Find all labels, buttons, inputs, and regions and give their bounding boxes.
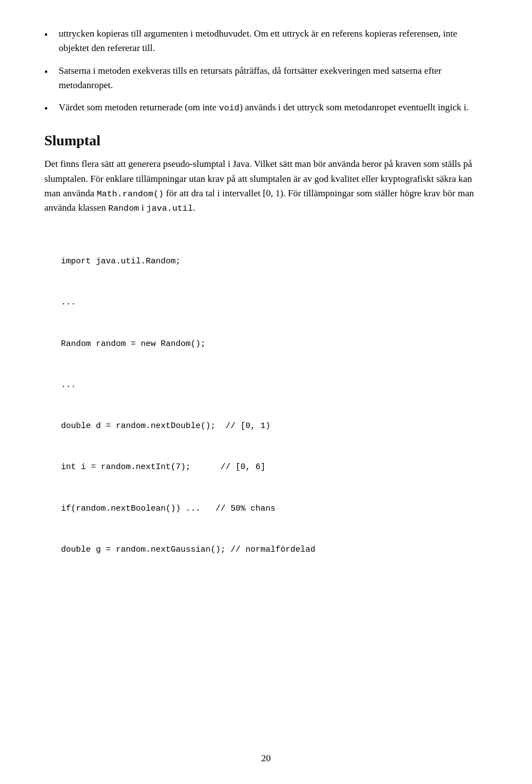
inline-code: void <box>219 103 239 113</box>
code-comment: // [0, 6] <box>191 462 265 472</box>
code-line: ... <box>61 379 488 393</box>
code-comment: // [0, 1) <box>216 421 270 431</box>
bullet-text: Satserna i metoden exekveras tills en re… <box>59 64 488 93</box>
inline-code-java-util: java.util <box>146 203 193 213</box>
code-text: if(random.nextBoolean()) ... <box>61 504 201 513</box>
bullet-dot: • <box>44 28 54 43</box>
inline-code-math-random: Math.random() <box>96 189 163 199</box>
code-line: Random random = new Random(); <box>61 338 488 352</box>
para-text3: i <box>139 202 146 213</box>
code-line: double g = random.nextGaussian(); // nor… <box>61 543 488 557</box>
inline-code-random: Random <box>108 203 139 213</box>
page-container: • uttrycken kopieras till argumenten i m… <box>0 0 532 784</box>
code-line: if(random.nextBoolean()) ... // 50% chan… <box>61 502 488 516</box>
code-comment: // normalfördelad <box>226 545 315 554</box>
list-item: • Värdet som metoden returnerade (om int… <box>44 100 488 117</box>
code-text: Random random = new Random(); <box>61 339 206 349</box>
bullet-dot: • <box>44 65 54 80</box>
code-line: double d = random.nextDouble(); // [0, 1… <box>61 420 488 434</box>
bullet-list: • uttrycken kopieras till argumenten i m… <box>44 27 488 117</box>
text-after: ) används i det uttryck som metodanropet… <box>239 102 469 113</box>
list-item: • uttrycken kopieras till argumenten i m… <box>44 27 488 56</box>
list-item: • Satserna i metoden exekveras tills en … <box>44 64 488 93</box>
code-text: int i = random.nextInt(7); <box>61 462 191 472</box>
code-text: import java.util.Random; <box>61 257 181 266</box>
bullet-text: uttrycken kopieras till argumenten i met… <box>59 27 488 56</box>
code-line: ... <box>61 296 488 310</box>
code-text: double d = random.nextDouble(); <box>61 421 216 431</box>
code-line: import java.util.Random; <box>61 255 488 269</box>
code-block: import java.util.Random; ... Random rand… <box>61 228 488 585</box>
text-before: Värdet som metoden returnerade (om inte <box>59 102 219 113</box>
body-paragraph: Det finns flera sätt att generera pseudo… <box>44 157 488 215</box>
code-text: ... <box>61 380 76 390</box>
code-comment: // 50% chans <box>201 504 275 513</box>
bullet-text-mixed: Värdet som metoden returnerade (om inte … <box>59 100 488 115</box>
page-number: 20 <box>262 753 271 764</box>
code-text: double g = random.nextGaussian(); <box>61 545 226 554</box>
bullet-dot: • <box>44 101 54 117</box>
code-line: int i = random.nextInt(7); // [0, 6] <box>61 461 488 475</box>
para-text4: . <box>193 202 195 213</box>
section-heading: Slumptal <box>44 133 488 149</box>
code-text: ... <box>61 298 76 307</box>
